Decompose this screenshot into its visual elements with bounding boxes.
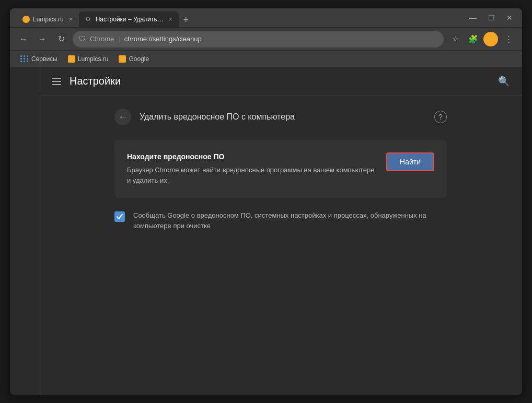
address-url: chrome://settings/cleanup (124, 35, 202, 43)
tab-lumpics[interactable]: Lumpics.ru × (16, 11, 79, 27)
profile-avatar[interactable] (483, 32, 498, 46)
bookmark-lumpics-label: Lumpics.ru (78, 55, 109, 63)
tab-close-lumpics[interactable]: × (69, 16, 73, 23)
card-text: Находите вредоносное ПО Браузер Chrome м… (127, 152, 378, 185)
toolbar-actions: ☆ 🧩 ⋮ (448, 32, 516, 46)
settings-header: Настройки 🔍 (39, 67, 522, 96)
tab-close-settings[interactable]: × (169, 16, 172, 23)
forward-button[interactable]: → (35, 32, 50, 46)
panel-back-button[interactable]: ← (114, 109, 131, 125)
main-content: Настройки 🔍 ← Удалить вредоносное ПО с к… (39, 67, 522, 395)
bookmark-lumpics[interactable]: Lumpics.ru (64, 53, 113, 65)
toolbar: ← → ↻ 🛡 Chrome | chrome://settings/clean… (10, 27, 522, 50)
panel-header-left: ← Удалить вредоносное ПО с компьютера (114, 109, 295, 125)
help-icon[interactable]: ? (434, 111, 447, 123)
bookmark-google-label: Google (129, 55, 149, 63)
hamburger-menu[interactable] (52, 78, 61, 85)
address-bar[interactable]: 🛡 Chrome | chrome://settings/cleanup (73, 31, 444, 48)
report-checkbox[interactable] (114, 211, 125, 222)
checkmark-icon (116, 213, 123, 220)
new-tab-button[interactable]: + (179, 13, 193, 27)
tabs-area: Lumpics.ru × ⚙ Настройки – Удалить вредн… (16, 8, 466, 27)
tab-label-settings: Настройки – Удалить вреднос... (96, 16, 164, 23)
menu-icon[interactable]: ⋮ (501, 32, 516, 46)
panel-title: Удалить вредоносное ПО с компьютера (140, 112, 295, 122)
content-area: Настройки 🔍 ← Удалить вредоносное ПО с к… (10, 67, 522, 395)
browser-window: Lumpics.ru × ⚙ Настройки – Удалить вредн… (10, 8, 522, 395)
find-malware-button[interactable]: Найти (386, 152, 434, 171)
report-checkbox-label: Сообщать Google о вредоносном ПО, систем… (133, 210, 447, 231)
minimize-button[interactable]: — (466, 13, 480, 23)
back-button[interactable]: ← (16, 32, 31, 46)
bookmark-apps-label: Сервисы (31, 55, 57, 63)
bookmark-lumpics-icon (68, 55, 75, 63)
malware-scan-section: Находите вредоносное ПО Браузер Chrome м… (114, 140, 447, 198)
title-bar: Lumpics.ru × ⚙ Настройки – Удалить вредн… (10, 8, 522, 27)
bookmarks-bar: Сервисы Lumpics.ru Google (10, 50, 522, 67)
panel-header: ← Удалить вредоносное ПО с компьютера ? (114, 109, 447, 125)
reload-button[interactable]: ↻ (54, 32, 68, 46)
settings-search-icon[interactable]: 🔍 (498, 76, 510, 87)
security-icon: 🛡 (79, 35, 86, 43)
card-heading: Находите вредоносное ПО (127, 152, 378, 161)
tab-favicon-lumpics (22, 16, 30, 23)
address-separator: | (118, 35, 120, 43)
tab-label-lumpics: Lumpics.ru (33, 16, 64, 23)
settings-content: ← Удалить вредоносное ПО с компьютера ? … (39, 96, 522, 395)
tab-settings[interactable]: ⚙ Настройки – Удалить вреднос... × (79, 11, 179, 27)
bookmark-icon[interactable]: ☆ (448, 32, 462, 46)
bookmark-google-icon (119, 55, 126, 63)
extensions-icon[interactable]: 🧩 (466, 32, 480, 46)
apps-grid-icon (20, 55, 29, 62)
cleanup-panel: ← Удалить вредоносное ПО с компьютера ? … (98, 96, 464, 247)
report-checkbox-row: Сообщать Google о вредоносном ПО, систем… (114, 206, 447, 235)
card-description: Браузер Chrome может найти вредоносные п… (127, 165, 378, 185)
tab-favicon-settings: ⚙ (85, 16, 92, 23)
maximize-button[interactable]: ☐ (485, 13, 498, 23)
bookmark-apps[interactable]: Сервисы (16, 53, 62, 65)
sidebar (10, 67, 39, 395)
close-button[interactable]: ✕ (503, 13, 516, 23)
settings-title: Настройки (70, 75, 121, 87)
window-controls: — ☐ ✕ (466, 13, 516, 23)
bookmark-google[interactable]: Google (114, 53, 153, 65)
address-brand: Chrome (90, 35, 114, 43)
